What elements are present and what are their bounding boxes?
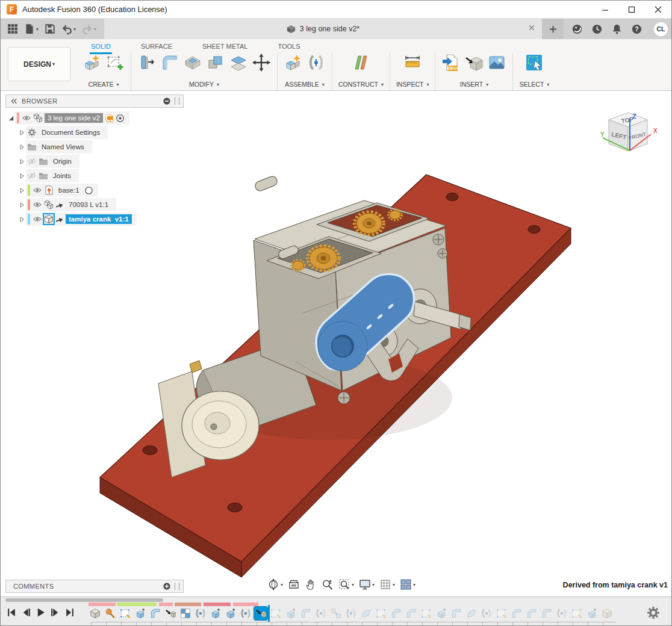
ribbon-group-label[interactable]: SELECT▾ xyxy=(519,81,549,88)
radio-off-icon[interactable] xyxy=(84,186,93,195)
timeline-feature-sweep[interactable] xyxy=(405,607,418,620)
expander-closed-icon[interactable] xyxy=(17,201,26,209)
tab-tools[interactable]: TOOLS xyxy=(276,41,301,54)
browser-row-base-1[interactable]: base:1 xyxy=(5,183,184,197)
timeline-feature-derive[interactable] xyxy=(254,607,267,620)
ribbon-group-label[interactable]: CONSTRUCT▾ xyxy=(338,81,384,88)
timeline-feature-extrude[interactable] xyxy=(134,607,147,620)
browser-row-tamiya-crank-v1-1[interactable]: tamiya crank v1:1 xyxy=(5,212,184,226)
expander-closed-icon[interactable] xyxy=(17,172,26,180)
minimize-button[interactable] xyxy=(592,1,618,18)
timeline-feature-joint[interactable] xyxy=(555,607,568,620)
browser-row-joints[interactable]: Joints xyxy=(5,169,184,183)
timeline-feature-sweep[interactable] xyxy=(390,607,403,620)
ribbon-insert-derive-button[interactable] xyxy=(464,53,484,72)
timeline-feature-sketch[interactable] xyxy=(495,607,508,620)
browser-row-70093-l-v1-1[interactable]: 70093 L v1:1 xyxy=(5,197,184,212)
browser-row-named-views[interactable]: Named Views xyxy=(5,140,184,154)
playback-go-to-start-button[interactable] xyxy=(7,607,17,618)
expander-open-icon[interactable] xyxy=(7,114,15,122)
close-button[interactable] xyxy=(645,1,671,18)
timeline-feature-extrude[interactable] xyxy=(284,607,297,620)
viewport-canvas[interactable]: BROWSER 3 leg one side v2Document Settin… xyxy=(1,91,672,597)
qat-redo-button[interactable]: ▾ xyxy=(79,19,99,39)
panel-grip[interactable] xyxy=(175,583,179,590)
comments-header[interactable]: COMMENTS xyxy=(5,580,184,593)
nav-grid-settings-button[interactable]: ▾ xyxy=(378,577,397,592)
timeline-scrollbar[interactable] xyxy=(5,598,163,602)
radio-on-icon[interactable] xyxy=(116,114,125,123)
eye-icon[interactable] xyxy=(33,214,42,224)
timeline-feature-sketch[interactable] xyxy=(570,607,583,620)
eye-icon[interactable] xyxy=(33,200,42,209)
tab-sheet-metal[interactable]: SHEET METAL xyxy=(201,41,249,54)
nav-zoom-button[interactable] xyxy=(320,577,335,592)
timeline-feature-form[interactable] xyxy=(465,607,478,620)
timeline-feature-sketch[interactable] xyxy=(119,607,132,620)
timeline-feature-joint[interactable] xyxy=(344,607,358,620)
expander-closed-icon[interactable] xyxy=(17,215,26,223)
timeline-feature-fillet[interactable] xyxy=(450,607,463,620)
expander-closed-icon[interactable] xyxy=(17,187,26,194)
qat-app-launcher-button[interactable] xyxy=(4,19,21,39)
add-comment-icon[interactable] xyxy=(163,582,171,590)
ribbon-group-label[interactable]: ASSEMBLE▾ xyxy=(285,81,325,88)
timeline-feature-sketch[interactable] xyxy=(375,607,388,620)
timeline-feature-joint[interactable] xyxy=(480,607,493,620)
tab-surface[interactable]: SURFACE xyxy=(140,41,173,54)
eye-off-icon[interactable] xyxy=(27,156,37,166)
job-status-button[interactable] xyxy=(587,23,607,35)
ribbon-insert-canvas-button[interactable] xyxy=(487,53,506,72)
playback-play-button[interactable] xyxy=(36,607,46,618)
unsaved-icon[interactable] xyxy=(105,114,114,123)
timeline-feature-fillet[interactable] xyxy=(540,607,553,620)
timeline-feature-extrude[interactable] xyxy=(435,607,448,620)
ribbon-measure-button[interactable] xyxy=(403,53,422,72)
ribbon-new-component-button[interactable] xyxy=(82,53,102,72)
eye-off-icon[interactable] xyxy=(27,171,37,181)
ribbon-group-label[interactable]: INSERT▾ xyxy=(460,81,488,88)
viewcube[interactable]: TOP LEFT FRONT Y X Z xyxy=(598,101,664,167)
ribbon-press-pull-button[interactable] xyxy=(137,53,157,72)
timeline-feature-fillet[interactable] xyxy=(149,607,162,620)
qat-file-menu-button[interactable]: ▾ xyxy=(21,19,42,39)
new-tab-button[interactable] xyxy=(542,19,564,39)
ribbon-construction-plane-button[interactable] xyxy=(351,53,370,72)
timeline-feature-pattern[interactable] xyxy=(329,607,343,620)
ribbon-group-label[interactable]: CREATE▾ xyxy=(89,81,119,88)
qat-save-button[interactable] xyxy=(42,19,58,39)
ribbon-shell-button[interactable] xyxy=(183,53,202,72)
timeline-feature-extrude[interactable] xyxy=(209,607,222,620)
nav-look-at-button[interactable] xyxy=(286,577,302,592)
collapse-panel-icon[interactable] xyxy=(10,97,18,105)
playback-step-forward-button[interactable] xyxy=(50,607,60,618)
avatar[interactable]: CL xyxy=(654,22,668,36)
timeline-feature-extrude[interactable] xyxy=(585,607,599,620)
browser-row-document-settings[interactable]: Document Settings xyxy=(5,125,184,140)
nav-display-settings-button[interactable]: ▾ xyxy=(357,577,376,592)
timeline-feature-joint[interactable] xyxy=(194,607,207,620)
timeline-position-marker[interactable] xyxy=(268,605,270,622)
notifications-button[interactable] xyxy=(607,23,627,35)
timeline-feature-joint[interactable] xyxy=(314,607,328,620)
expander-closed-icon[interactable] xyxy=(17,158,26,166)
timeline-feature-sweep[interactable] xyxy=(510,607,523,620)
timeline-feature-sketch[interactable] xyxy=(420,607,433,620)
nav-pan-button[interactable] xyxy=(303,577,319,592)
ribbon-move-copy-button[interactable] xyxy=(252,53,271,72)
timeline-feature-component[interactable] xyxy=(600,607,614,620)
ribbon-group-label[interactable]: MODIFY▾ xyxy=(189,81,219,88)
nav-orbit-button[interactable]: ▾ xyxy=(266,577,285,592)
ribbon-insert-svg-button[interactable] xyxy=(441,53,461,72)
nav-fit-button[interactable]: ▾ xyxy=(337,577,356,592)
ribbon-group-label[interactable]: INSPECT▾ xyxy=(396,81,429,88)
extensions-button[interactable] xyxy=(567,23,587,35)
timeline-feature-derive[interactable] xyxy=(164,607,177,620)
playback-step-back-button[interactable] xyxy=(21,607,31,618)
ribbon-combine-button[interactable] xyxy=(206,53,225,72)
ribbon-joint-button[interactable] xyxy=(306,53,326,72)
design-workspace-menu[interactable]: DESIGN ▾ xyxy=(8,47,70,81)
ribbon-offset-face-button[interactable] xyxy=(229,53,248,72)
timeline-feature-appearance[interactable] xyxy=(179,607,192,620)
expander-closed-icon[interactable] xyxy=(17,129,26,137)
